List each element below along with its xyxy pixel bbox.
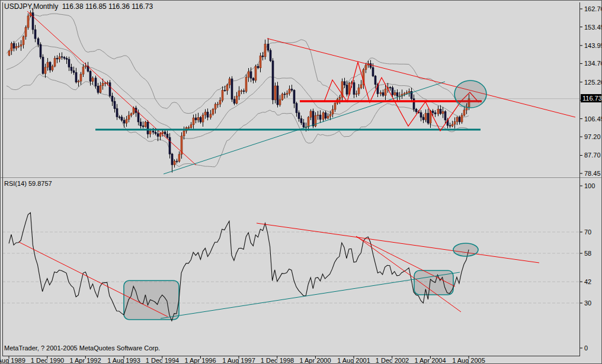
date-tick-label: 1 Dec 1998	[258, 357, 296, 364]
date-tick-label: 1 Aug 1997	[220, 357, 258, 364]
current-price-box: 116.73	[581, 94, 602, 102]
date-tick-label: 1 Aug 2001	[335, 357, 373, 364]
price-tick-label: 125.20	[584, 79, 602, 86]
date-tick-label: 1 Aug 2005	[450, 357, 488, 364]
price-tick-label: 143.95	[584, 42, 602, 49]
price-tick-label: 87.70	[584, 152, 601, 159]
date-tick-label: 1 Apr 2004	[411, 357, 449, 364]
rsi-tick-label: 70	[584, 228, 591, 236]
price-tick-label: 106.45	[584, 115, 602, 123]
metatrader-chart-window: 162.70153.45143.95134.70125.20115.95106.…	[0, 0, 602, 364]
rsi-tick-label: 58	[584, 250, 591, 257]
rsi-tick-label: 30	[584, 299, 591, 307]
price-tick-label: 162.70	[584, 5, 602, 12]
price-tick-label: 97.20	[584, 133, 601, 140]
date-tick-label: 1 Dec 2002	[373, 357, 411, 364]
date-tick-label: 1 Dec 1990	[28, 357, 66, 364]
rsi-indicator-label: RSI(14) 59.8757	[4, 180, 52, 187]
date-tick-label: 1 Apr 1996	[181, 357, 219, 364]
date-tick-label: 1 Aug 1993	[105, 357, 143, 364]
rsi-tick-label: 0	[584, 344, 588, 352]
date-tick-label: 1 Apr 2000	[296, 357, 334, 364]
date-tick-label: 1 Apr 1992	[66, 357, 104, 364]
copyright-text: MetaTrader, ? 2001-2005 MetaQuotes Softw…	[4, 344, 160, 352]
chart-title: USDJPY,Monthly 116.38 116.85 116.36 116.…	[4, 3, 153, 10]
rsi-tick-label: 42	[584, 278, 591, 285]
date-tick-label: 1 Aug 1989	[0, 357, 28, 364]
panel-splitter[interactable]	[1, 176, 601, 180]
price-tick-label: 153.45	[584, 24, 602, 31]
price-tick-label: 134.70	[584, 60, 602, 67]
price-chart-canvas[interactable]	[1, 1, 601, 363]
rsi-tick-label: 100	[584, 182, 595, 189]
date-tick-label: 1 Dec 1994	[143, 357, 181, 364]
